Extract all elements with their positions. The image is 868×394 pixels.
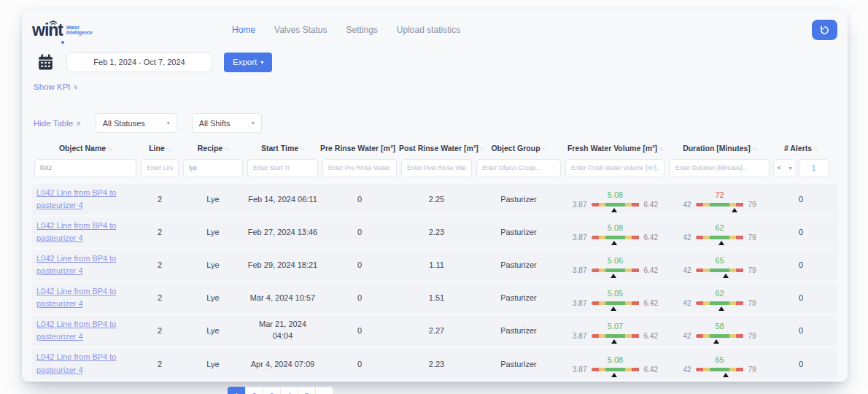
cell-alerts: 0 [772,228,830,236]
filter-line-input[interactable] [141,159,179,177]
filter-object-group-input[interactable] [476,159,561,177]
nav-item-settings[interactable]: Settings [346,25,378,35]
page-button-1[interactable]: 1 [228,387,246,394]
cell-start-time: Mar 21, 2024 04:04 [245,319,320,342]
page-button-2[interactable]: 2 [245,387,263,394]
page-next-button[interactable]: › [315,387,333,394]
main-card: wint Water Intelligence Home Valves Stat… [22,9,848,382]
cell-pre-rinse-water: 0 [320,228,399,236]
object-name-link[interactable]: L042 Line from BP4 to pasteurizer 4 [36,285,134,310]
gauge-bar [592,236,640,239]
hide-table-toggle[interactable]: Hide Table ∧ [34,119,81,128]
show-kpi-toggle[interactable]: Show KPI ∨ [32,82,78,91]
gauge-value: 5.07 [608,322,623,331]
cell-alerts: 0 [772,260,830,269]
gauge-value: 5.08 [608,223,623,232]
export-button[interactable]: Export ▾ [224,53,272,72]
calendar-icon[interactable] [36,53,55,72]
filter-object-name-input[interactable] [34,159,136,177]
gauge-bar [696,334,744,338]
fresh-water-gauge: 5.06 3.87 6.42 [563,255,667,275]
cell-pre-rinse-water: 0 [320,260,399,269]
nav-item-valves-status[interactable]: Valves Status [274,25,327,35]
gauge-min-label: 3.87 [573,299,586,307]
logo-wordmark: wint [32,22,63,39]
gauge-value: 5.06 [608,256,623,265]
object-name-link[interactable]: L042 Line from BP4 to pasteurizer 4 [36,220,134,244]
sort-icon[interactable]: ↑↓ [300,146,304,152]
col-header-line: Line↑↓ [139,144,181,152]
cell-start-time: Apr 4, 2024 07:09 [245,360,320,368]
gauge-min-label: 42 [683,332,691,340]
table-row: L042 Line from BP4 to pasteurizer 4 2 Ly… [32,315,837,346]
sort-icon[interactable]: ↑↓ [813,146,818,152]
col-header-pre-rinse: Pre Rinse Water [m³]↑↓ [320,144,399,152]
filter-duration-input[interactable] [670,159,770,177]
gauge-min-label: 3.87 [573,366,586,374]
cell-alerts: 0 [772,293,830,302]
cell-post-rinse-water: 2.23 [399,228,474,236]
cell-recipe: Lye [181,293,245,302]
status-filter-select[interactable]: All Statuses ▾ [96,113,177,133]
fresh-water-gauge: 5.08 3.87 6.42 [563,189,667,209]
cell-object-group: Pasturizer [474,360,563,368]
cell-duration: 72 42 79 [667,189,772,209]
cell-post-rinse-water: 2.25 [399,195,474,204]
page-button-4[interactable]: 4 [280,387,298,394]
pagination: 1 2 3 4 5 › [228,387,837,394]
page-button-5[interactable]: 5 [298,387,316,394]
cell-fresh-water-volume: 5.06 3.87 6.42 [563,255,667,275]
object-name-link[interactable]: L042 Line from BP4 to pasteurizer 4 [36,318,134,343]
cell-fresh-water-volume: 5.08 3.87 6.42 [563,189,667,209]
object-name-link[interactable]: L042 Line from BP4 to pasteurizer 4 [36,351,134,376]
wifi-arcs-icon [49,19,58,26]
col-header-object-name: Object Name↑↓ [32,144,139,152]
date-range-input[interactable] [66,53,212,72]
object-name-link[interactable]: L042 Line from BP4 to pasteurizer 4 [36,252,134,277]
gauge-min-label: 42 [683,299,691,307]
gauge-value: 5.08 [608,190,623,199]
cell-duration: 58 42 79 [667,320,772,341]
sort-icon[interactable]: ↑↓ [542,146,546,152]
gauge-max-label: 6.42 [644,299,658,307]
gauge-marker-icon [718,306,724,311]
nav-item-upload-statistics[interactable]: Upload statistics [397,25,460,35]
filter-recipe-input[interactable] [183,159,243,177]
cell-alerts: 0 [772,360,830,368]
col-header-post-rinse: Post Rinse Water [m³]↑↓ [399,144,474,152]
duration-gauge: 72 42 79 [667,189,772,209]
caret-down-icon: ▾ [167,120,170,126]
alerts-operator-select[interactable]: < ▾ [773,159,797,177]
cell-pre-rinse-water: 0 [320,360,399,368]
filter-start-time-input[interactable] [247,159,318,177]
sort-icon[interactable]: ↑↓ [166,146,171,152]
sort-icon[interactable]: ↑↓ [659,146,663,152]
gauge-marker-icon [732,208,737,212]
gauge-marker-icon [611,241,617,245]
logout-button[interactable] [812,20,837,40]
shift-filter-select[interactable]: All Shifts ▾ [192,113,262,133]
object-name-link[interactable]: L042 Line from BP4 to pasteurizer 4 [36,187,134,212]
sort-icon[interactable]: ↑↓ [224,146,228,152]
caret-down-icon: ▾ [260,59,263,66]
cell-pre-rinse-water: 0 [320,195,399,204]
cell-recipe: Lye [181,260,245,269]
cell-recipe: Lye [181,195,245,204]
cell-alerts: 0 [772,326,830,335]
filter-alerts-input[interactable] [799,159,829,177]
gauge-bar [592,203,640,206]
sort-icon[interactable]: ↑↓ [107,146,112,152]
sort-icon[interactable]: ↑↓ [752,146,756,152]
gauge-value: 72 [715,190,724,199]
nav-item-home[interactable]: Home [232,25,255,35]
col-header-recipe: Recipe↑↓ [181,144,245,152]
filter-post-rinse-input[interactable] [401,159,472,177]
cell-line: 2 [139,326,181,335]
filter-fresh-water-input[interactable] [565,159,665,177]
page-button-3[interactable]: 3 [263,387,281,394]
gauge-min-label: 3.87 [573,332,586,340]
filter-pre-rinse-input[interactable] [322,159,397,177]
brand-logo[interactable]: wint Water Intelligence [32,22,93,39]
cell-recipe: Lye [181,360,245,368]
gauge-max-label: 6.42 [644,266,658,274]
